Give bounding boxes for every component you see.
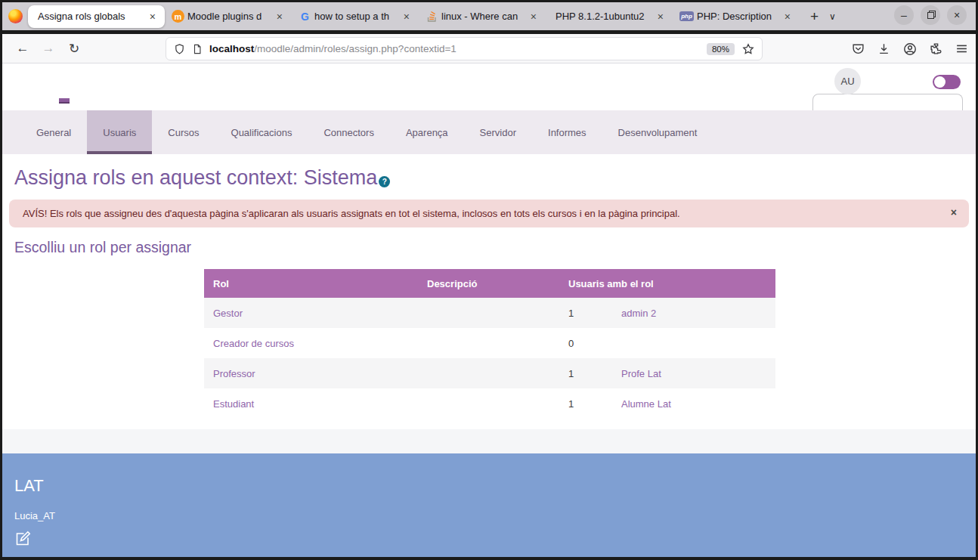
roles-table-header: Rol Descripció Usuaris amb el rol xyxy=(204,269,775,298)
close-button[interactable]: × xyxy=(947,5,967,25)
section-heading: Escolliu un rol per assignar xyxy=(14,239,964,256)
shield-icon[interactable] xyxy=(174,43,185,55)
url-bar[interactable]: localhost/moodle/admin/roles/assign.php?… xyxy=(166,37,763,60)
browser-tab[interactable]: mMoodle plugins d× xyxy=(165,5,292,28)
role-link[interactable]: Creador de cursos xyxy=(213,338,294,349)
restore-button[interactable] xyxy=(921,5,940,25)
download-icon[interactable] xyxy=(877,42,890,55)
tab-title: Assigna rols globals xyxy=(35,11,147,22)
page-info-icon[interactable] xyxy=(192,43,203,55)
role-link[interactable]: Estudiant xyxy=(213,398,254,410)
back-button[interactable]: ← xyxy=(10,41,36,56)
bookmark-star-icon[interactable] xyxy=(742,43,754,55)
assigned-user-link[interactable]: Alumne Lat xyxy=(621,398,671,410)
window-controls: – × xyxy=(894,5,967,25)
browser-tab[interactable]: PHP 8.1.2-1ubuntu2× xyxy=(546,5,673,28)
moodle-favicon: m xyxy=(172,10,184,23)
nav-tab-qualificacions[interactable]: Qualificacions xyxy=(215,110,308,154)
admin-nav-tabs: GeneralUsuarisCursosQualificacionsConnec… xyxy=(2,110,976,154)
role-user-count: 1 xyxy=(559,308,612,319)
warning-alert: AVÍS! Els rols que assigneu des d'aquest… xyxy=(9,200,969,227)
site-logo-partial[interactable] xyxy=(59,98,70,104)
page-body: Assigna rols en aquest context: Sistema?… xyxy=(2,166,976,419)
role-user-count: 0 xyxy=(559,338,612,349)
role-link[interactable]: Gestor xyxy=(213,308,243,319)
tab-list-dropdown-button[interactable]: ∨ xyxy=(829,11,836,22)
minimize-button[interactable]: – xyxy=(894,5,914,25)
firefox-view-button[interactable] xyxy=(2,5,28,28)
page-title: Assigna rols en aquest context: Sistema? xyxy=(14,166,964,190)
table-row: Gestor1admin 2 xyxy=(204,298,775,328)
nav-tab-cursos[interactable]: Cursos xyxy=(152,110,215,154)
nav-tab-general[interactable]: General xyxy=(20,110,87,154)
account-icon[interactable] xyxy=(903,42,917,56)
roles-table: Rol Descripció Usuaris amb el rol Gestor… xyxy=(204,269,775,419)
alert-close-icon[interactable]: × xyxy=(951,206,957,218)
nav-tab-connectors[interactable]: Connectors xyxy=(308,110,389,154)
forward-button[interactable]: → xyxy=(36,41,61,56)
url-host: localhost xyxy=(209,43,254,54)
footer-username: Lucia_AT xyxy=(14,510,964,521)
browser-window: Assigna rols globals×mMoodle plugins d×G… xyxy=(0,0,978,560)
browser-toolbar: ← → ↻ localhost/moodle/admin/roles/assig… xyxy=(2,34,976,63)
page-content: AU GeneralUsuarisCursosQualificacionsCon… xyxy=(2,63,976,557)
edit-mode-toggle[interactable] xyxy=(933,75,961,89)
assigned-user-link[interactable]: admin 2 xyxy=(621,308,656,319)
nav-tab-aparença[interactable]: Aparença xyxy=(390,110,464,154)
tab-title: Moodle plugins d xyxy=(184,11,274,22)
nav-tab-servidor[interactable]: Servidor xyxy=(464,110,532,154)
nav-tab-informes[interactable]: Informes xyxy=(532,110,602,154)
assigned-user-link[interactable]: Profe Lat xyxy=(621,368,661,379)
role-link[interactable]: Professor xyxy=(213,368,255,379)
zoom-level-badge[interactable]: 80% xyxy=(707,43,735,55)
col-header-description: Descripció xyxy=(418,278,559,289)
help-icon[interactable]: ? xyxy=(379,176,390,187)
url-path: /moodle/admin/roles/assign.php?contextid… xyxy=(254,43,457,54)
table-row: Creador de cursos0 xyxy=(204,328,775,358)
tab-title: PHP 8.1.2-1ubuntu2 xyxy=(552,11,655,22)
tab-close-icon[interactable]: × xyxy=(401,11,412,23)
footer-edit-icon[interactable] xyxy=(14,531,31,547)
table-row: Estudiant1Alumne Lat xyxy=(204,388,775,419)
tab-close-icon[interactable]: × xyxy=(782,11,793,23)
search-box-partial[interactable] xyxy=(812,94,963,110)
extensions-puzzle-icon[interactable] xyxy=(930,42,942,55)
tab-close-icon[interactable]: × xyxy=(147,11,158,23)
tab-title: linux - Where can xyxy=(438,11,528,22)
role-user-count: 1 xyxy=(559,368,612,379)
browser-tab[interactable]: Ghow to setup a th× xyxy=(292,5,419,28)
browser-titlebar: Assigna rols globals×mMoodle plugins d×G… xyxy=(2,2,976,30)
tab-close-icon[interactable]: × xyxy=(528,11,539,23)
tab-title: how to setup a th xyxy=(311,11,401,22)
restore-icon xyxy=(927,12,934,19)
nav-tab-usuaris[interactable]: Usuaris xyxy=(87,110,152,154)
col-header-role: Rol xyxy=(204,278,418,289)
google-favicon: G xyxy=(299,10,311,23)
new-tab-button[interactable]: + xyxy=(810,8,819,25)
site-footer: LAT Lucia_AT xyxy=(2,453,976,557)
browser-tab[interactable]: linux - Where can× xyxy=(419,5,546,28)
warning-text: AVÍS! Els rols que assigneu des d'aquest… xyxy=(23,208,680,219)
browser-tab[interactable]: phpPHP: Description× xyxy=(673,5,800,28)
stackoverflow-favicon xyxy=(426,10,438,23)
pocket-icon[interactable] xyxy=(852,42,865,55)
footer-brand: LAT xyxy=(14,476,964,496)
role-user-count: 1 xyxy=(559,398,612,410)
col-header-users: Usuaris amb el rol xyxy=(559,278,775,289)
table-row: Professor1Profe Lat xyxy=(204,358,775,388)
tab-close-icon[interactable]: × xyxy=(655,11,666,23)
reload-button[interactable]: ↻ xyxy=(61,41,87,57)
tab-title: PHP: Description xyxy=(694,11,782,22)
tab-close-icon[interactable]: × xyxy=(274,11,285,23)
site-header: AU xyxy=(2,63,976,110)
page-title-text: Assigna rols en aquest context: Sistema xyxy=(14,166,377,189)
browser-tab[interactable]: Assigna rols globals× xyxy=(28,5,165,28)
nav-tab-desenvolupament[interactable]: Desenvolupament xyxy=(602,110,713,154)
php-favicon: php xyxy=(679,11,694,21)
menu-hamburger-icon[interactable] xyxy=(955,42,968,55)
firefox-icon xyxy=(8,9,23,23)
url-text: localhost/moodle/admin/roles/assign.php?… xyxy=(209,43,707,54)
toggle-knob xyxy=(934,76,946,88)
avatar[interactable]: AU xyxy=(834,68,861,94)
prefooter-strip xyxy=(2,429,976,453)
